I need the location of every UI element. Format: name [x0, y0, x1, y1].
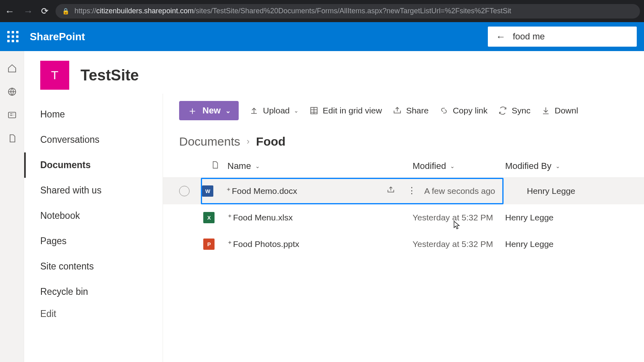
- nav-item-notebook[interactable]: Notebook: [24, 203, 163, 228]
- search-back-icon[interactable]: ←: [496, 31, 506, 42]
- chevron-down-icon: ⌄: [555, 163, 560, 169]
- url-text: https://citizenbuilders.sharepoint.com/s…: [74, 7, 511, 15]
- breadcrumb-root[interactable]: Documents: [179, 135, 240, 148]
- more-actions-icon[interactable]: ⋮: [407, 185, 416, 197]
- nav-item-edit[interactable]: Edit: [24, 304, 163, 319]
- home-icon[interactable]: [7, 63, 17, 74]
- site-logo: T: [40, 61, 69, 90]
- chevron-down-icon: ⌄: [225, 107, 231, 115]
- column-modified-by-label: Modified By: [505, 161, 551, 171]
- browser-forward-button[interactable]: →: [23, 6, 34, 17]
- svg-rect-1: [8, 112, 16, 118]
- browser-reload-button[interactable]: ⟳: [41, 6, 48, 16]
- table-row[interactable]: X ✦Food Menu.xlsx Yesterday at 5:32 PM H…: [163, 204, 644, 231]
- column-name-label: Name: [227, 161, 251, 171]
- new-indicator-icon: ✦: [227, 239, 232, 246]
- share-button[interactable]: Share: [392, 106, 429, 115]
- table-row[interactable]: W ✦Food Memo.docx ⋮ A few seconds ago He…: [163, 178, 644, 204]
- new-button[interactable]: ＋ New ⌄: [179, 101, 239, 120]
- new-indicator-icon: ✦: [227, 213, 232, 219]
- copy-link-label: Copy link: [453, 106, 487, 115]
- site-header: T TestSite: [24, 51, 644, 94]
- nav-item-shared[interactable]: Shared with us: [24, 178, 163, 203]
- column-name[interactable]: Name ⌄: [227, 161, 413, 171]
- chevron-down-icon: ⌄: [255, 163, 260, 169]
- content-area: ＋ New ⌄ Upload ⌄ Edit in grid view: [163, 94, 644, 362]
- command-bar: ＋ New ⌄ Upload ⌄ Edit in grid view: [163, 94, 644, 128]
- breadcrumb: Documents › Food: [163, 128, 644, 156]
- nav-item-pages[interactable]: Pages: [24, 228, 163, 254]
- file-modified: A few seconds ago: [424, 186, 501, 196]
- column-modified-by[interactable]: Modified By ⌄: [505, 161, 586, 171]
- browser-back-button[interactable]: ←: [4, 6, 15, 17]
- suite-bar: SharePoint ←: [0, 22, 644, 51]
- site-body: Home Conversations Documents Shared with…: [24, 94, 644, 362]
- powerpoint-file-icon: P: [203, 239, 215, 250]
- column-modified[interactable]: Modified ⌄: [413, 161, 505, 171]
- file-name[interactable]: ✦Food Memo.docx: [226, 186, 297, 196]
- row-select-circle[interactable]: [179, 186, 190, 196]
- column-header-row: Name ⌄ Modified ⌄ Modified By ⌄: [163, 156, 644, 178]
- edit-grid-button[interactable]: Edit in grid view: [309, 106, 382, 115]
- file-modified: Yesterday at 5:32 PM: [413, 239, 505, 249]
- chevron-right-icon: ›: [247, 136, 250, 147]
- plus-icon: ＋: [187, 104, 198, 118]
- nav-item-sitecontents[interactable]: Site contents: [24, 254, 163, 279]
- browser-address-bar[interactable]: 🔒 https://citizenbuilders.sharepoint.com…: [56, 4, 640, 19]
- download-label: Downl: [555, 106, 578, 115]
- file-type-icon: [203, 160, 227, 172]
- download-button[interactable]: Downl: [541, 106, 578, 115]
- new-button-label: New: [202, 105, 221, 116]
- copy-link-button[interactable]: Copy link: [439, 106, 487, 115]
- brand-label: SharePoint: [30, 31, 85, 43]
- news-icon[interactable]: [7, 110, 17, 120]
- column-modified-label: Modified: [413, 161, 446, 171]
- edit-grid-label: Edit in grid view: [323, 106, 382, 115]
- word-file-icon: W: [202, 185, 213, 197]
- file-name[interactable]: ✦Food Menu.xlsx: [227, 213, 293, 222]
- file-modified-by[interactable]: Henry Legge: [505, 213, 586, 222]
- app-rail: [0, 51, 24, 362]
- site-area: T TestSite Home Conversations Documents …: [24, 51, 644, 362]
- file-modified: Yesterday at 5:32 PM: [413, 213, 505, 222]
- lock-icon: 🔒: [62, 8, 70, 15]
- search-box[interactable]: ←: [488, 27, 637, 47]
- excel-file-icon: X: [203, 212, 215, 223]
- globe-icon[interactable]: [7, 86, 17, 97]
- share-row-icon[interactable]: [386, 185, 395, 197]
- sync-label: Sync: [512, 106, 530, 115]
- nav-item-home[interactable]: Home: [24, 102, 163, 127]
- left-nav: Home Conversations Documents Shared with…: [24, 94, 163, 362]
- nav-item-conversations[interactable]: Conversations: [24, 127, 163, 152]
- nav-item-recyclebin[interactable]: Recycle bin: [24, 279, 163, 304]
- nav-item-documents[interactable]: Documents: [24, 152, 163, 178]
- highlight-box: W ✦Food Memo.docx ⋮ A few seconds ago: [201, 178, 504, 204]
- upload-label: Upload: [263, 106, 290, 115]
- file-name[interactable]: ✦Food Photos.pptx: [227, 239, 299, 249]
- files-icon[interactable]: [7, 133, 17, 144]
- chevron-down-icon: ⌄: [450, 163, 455, 169]
- upload-button[interactable]: Upload ⌄: [249, 106, 299, 115]
- breadcrumb-current: Food: [256, 135, 285, 148]
- search-input[interactable]: [513, 31, 629, 42]
- share-label: Share: [406, 106, 429, 115]
- shell: T TestSite Home Conversations Documents …: [0, 51, 644, 362]
- file-modified-by[interactable]: Henry Legge: [505, 186, 586, 196]
- table-row[interactable]: P ✦Food Photos.pptx Yesterday at 5:32 PM…: [163, 231, 644, 257]
- browser-chrome: ← → ⟳ 🔒 https://citizenbuilders.sharepoi…: [0, 0, 644, 22]
- file-modified-by[interactable]: Henry Legge: [505, 239, 586, 249]
- document-list: Name ⌄ Modified ⌄ Modified By ⌄: [163, 156, 644, 257]
- new-indicator-icon: ✦: [226, 186, 231, 193]
- site-title: TestSite: [80, 67, 139, 84]
- sync-button[interactable]: Sync: [498, 106, 530, 115]
- chevron-down-icon: ⌄: [294, 107, 299, 114]
- app-launcher-icon[interactable]: [7, 31, 19, 42]
